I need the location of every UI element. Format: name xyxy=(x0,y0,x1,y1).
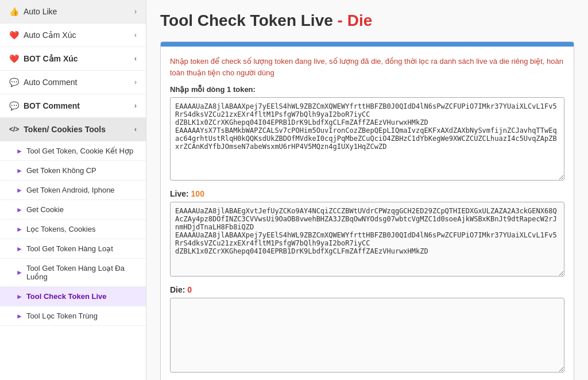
die-section-label: Die: 0 xyxy=(170,285,564,294)
main-content: Tool Check Token Live - Die Nhập token đ… xyxy=(146,0,588,380)
sidebar-item-label: Token/ Cookies Tools xyxy=(24,125,106,134)
sub-item-label: Lọc Tokens, Cookies xyxy=(26,225,96,233)
sub-item-label: Get Token Không CP xyxy=(26,166,96,175)
page-title-suffix: - Die xyxy=(338,11,373,29)
sidebar-sub-item-tool-check-token-live[interactable]: ► Tool Check Token Live xyxy=(0,287,146,306)
sidebar-item-label: Auto Like xyxy=(24,7,57,16)
heart-icon: ❤️ xyxy=(9,30,19,40)
card-body: Nhập token để check số lượng token đang … xyxy=(161,47,574,380)
page-title: Tool Check Token Live - Die xyxy=(160,11,574,30)
sub-item-label: Tool Check Token Live xyxy=(26,292,107,301)
input-field-label: Nhập mỗi dòng 1 token: xyxy=(170,85,564,94)
chevron-left-icon: ‹ xyxy=(134,31,137,39)
sidebar-item-auto-comment[interactable]: 💬 Auto Comment › xyxy=(0,71,146,94)
code-icon: </> xyxy=(9,125,19,133)
main-card: Nhập token để check số lượng token đang … xyxy=(160,41,574,380)
chat-icon-2: 💬 xyxy=(9,101,19,110)
sidebar-item-bot-comment[interactable]: 💬 BOT Comment › xyxy=(0,94,146,118)
sub-item-label: Tool Get Token Hàng Loạt Đa Luồng xyxy=(26,264,137,281)
sub-item-label: Tool Get Token Hàng Loạt xyxy=(26,244,113,253)
heart-icon-2: ❤️ xyxy=(9,54,19,63)
card-header-bar xyxy=(161,42,574,47)
sub-item-label: Get Token Android, Iphone xyxy=(26,186,115,194)
chevron-left-icon-3: ‹ xyxy=(134,125,137,133)
sidebar-item-auto-cam-xuc[interactable]: ❤️ Auto Cảm Xúc ‹ xyxy=(0,24,146,47)
arrow-icon-7: ► xyxy=(16,268,23,277)
sub-item-label: Get Cookie xyxy=(26,205,64,214)
token-input[interactable] xyxy=(170,97,564,181)
sidebar-sub-item-tool-get-token-cookie[interactable]: ► Tool Get Token, Cookie Kết Hợp xyxy=(0,141,146,161)
arrow-icon-2: ► xyxy=(16,167,23,175)
die-count: 0 xyxy=(187,285,192,294)
arrow-icon-4: ► xyxy=(16,206,23,214)
sidebar-item-token-tools[interactable]: </> Token/ Cookies Tools ‹ xyxy=(0,118,146,141)
chat-icon: 💬 xyxy=(9,78,19,87)
live-section-label: Live: 100 xyxy=(170,189,564,198)
sidebar-item-bot-cam-xuc[interactable]: ❤️ BOT Cảm Xúc ‹ xyxy=(0,47,146,71)
sidebar-sub-item-tool-get-token-hang-loat[interactable]: ► Tool Get Token Hàng Loạt xyxy=(0,239,146,259)
sidebar-item-auto-like[interactable]: 👍 Auto Like › xyxy=(0,0,146,24)
sidebar-sub-item-loc-tokens-cookies[interactable]: ► Lọc Tokens, Cookies xyxy=(0,220,146,239)
sub-item-label: Tool Lọc Token Trùng xyxy=(26,312,98,320)
sub-item-label: Tool Get Token, Cookie Kết Hợp xyxy=(26,147,133,155)
die-output[interactable] xyxy=(170,298,564,373)
arrow-icon-3: ► xyxy=(16,186,23,194)
chevron-right-icon-3: › xyxy=(134,102,137,110)
instruction-text: Nhập token để check số lượng token đang … xyxy=(170,56,564,78)
live-count: 100 xyxy=(191,189,204,198)
sidebar-sub-item-get-token-khong-cp[interactable]: ► Get Token Không CP xyxy=(0,161,146,181)
page-title-text: Tool Check Token Live xyxy=(160,11,333,29)
sidebar-sub-item-tool-loc-token-trung[interactable]: ► Tool Lọc Token Trùng xyxy=(0,306,146,326)
arrow-icon-6: ► xyxy=(16,245,23,253)
sidebar-item-label: BOT Cảm Xúc xyxy=(24,54,78,63)
sidebar-item-label: BOT Comment xyxy=(24,101,80,110)
chevron-left-icon-2: ‹ xyxy=(134,55,137,63)
arrow-icon: ► xyxy=(16,147,23,155)
arrow-icon-8: ► xyxy=(16,293,23,301)
arrow-icon-5: ► xyxy=(16,225,23,233)
arrow-icon-9: ► xyxy=(16,312,23,320)
sidebar: 👍 Auto Like › ❤️ Auto Cảm Xúc ‹ ❤️ BOT C… xyxy=(0,0,146,380)
sidebar-item-label: Auto Comment xyxy=(24,78,77,87)
sidebar-sub-item-get-cookie[interactable]: ► Get Cookie xyxy=(0,200,146,220)
live-output[interactable] xyxy=(170,202,564,277)
sidebar-sub-item-get-token-android-iphone[interactable]: ► Get Token Android, Iphone xyxy=(0,181,146,200)
chevron-right-icon: › xyxy=(134,7,137,16)
chevron-right-icon-2: › xyxy=(134,78,137,86)
sidebar-sub-item-tool-get-token-hang-loat-da-luong[interactable]: ► Tool Get Token Hàng Loạt Đa Luồng xyxy=(0,259,146,287)
sidebar-item-label: Auto Cảm Xúc xyxy=(24,30,76,40)
thumbs-up-icon: 👍 xyxy=(9,7,19,16)
